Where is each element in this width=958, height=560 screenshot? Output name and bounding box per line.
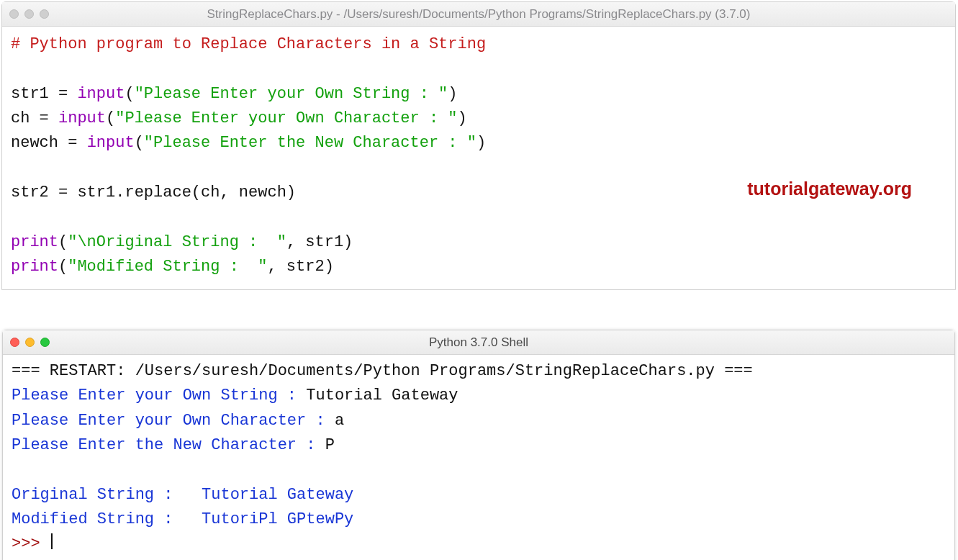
code-token: str1: [11, 85, 49, 103]
zoom-icon[interactable]: [40, 9, 49, 19]
shell-line: RESTART: /Users/suresh/Documents/Python …: [50, 362, 715, 380]
code-token: "Please Enter your Own String : ": [135, 85, 448, 103]
code-token: ): [343, 233, 353, 251]
shell-prompt-symbol: >>>: [12, 535, 50, 553]
code-token: input: [87, 134, 135, 152]
code-token: print: [11, 258, 58, 276]
code-token: input: [77, 85, 125, 103]
code-token: print: [11, 233, 58, 251]
cursor-icon: [51, 533, 53, 549]
code-token: "Please Enter the New Character : ": [144, 134, 476, 152]
code-comment: # Python program to Replace Characters i…: [11, 35, 486, 53]
editor-titlebar[interactable]: StringReplaceChars.py - /Users/suresh/Do…: [2, 2, 955, 27]
shell-output-value: TutoriPl GPtewPy: [202, 510, 353, 528]
code-editor-area[interactable]: # Python program to Replace Characters i…: [2, 27, 955, 289]
editor-title: StringReplaceChars.py - /Users/suresh/Do…: [207, 7, 751, 22]
shell-user-input: Tutorial Gateway: [306, 387, 458, 405]
shell-output-value: Tutorial Gateway: [202, 486, 353, 504]
code-token: (: [106, 109, 115, 127]
code-token: (: [58, 258, 68, 276]
shell-line: ===: [12, 362, 50, 380]
shell-output-label: Modified String :: [12, 510, 202, 528]
shell-user-input: P: [325, 436, 335, 454]
shell-prompt-label: Please Enter the New Character :: [12, 436, 325, 454]
code-token: ): [325, 258, 334, 276]
code-token: =: [49, 184, 78, 202]
code-token: =: [58, 134, 87, 152]
code-token: ch: [11, 109, 30, 127]
code-token: input: [58, 109, 106, 127]
editor-window: StringReplaceChars.py - /Users/suresh/Do…: [1, 1, 956, 290]
shell-output-label: Original String :: [12, 486, 202, 504]
code-token: =: [30, 109, 58, 127]
code-token: ): [448, 85, 457, 103]
code-token: (: [58, 233, 68, 251]
traffic-lights-inactive: [9, 9, 49, 19]
code-token: str1.replace(ch, newch): [77, 184, 296, 202]
code-token: "Modified String : ": [68, 258, 267, 276]
code-token: ): [476, 134, 486, 152]
minimize-icon[interactable]: [24, 9, 34, 19]
shell-prompt-label: Please Enter your Own String :: [12, 387, 306, 405]
code-token: , str2: [267, 258, 324, 276]
code-token: str2: [11, 184, 49, 202]
code-token: (: [125, 85, 134, 103]
minimize-icon[interactable]: [25, 338, 35, 347]
traffic-lights-active: [10, 338, 50, 347]
code-token: , str1: [286, 233, 343, 251]
shell-user-input: a: [335, 412, 344, 430]
code-token: =: [49, 85, 78, 103]
code-token: newch: [11, 134, 58, 152]
shell-window: Python 3.7.0 Shell === RESTART: /Users/s…: [2, 330, 955, 560]
code-token: ): [458, 109, 467, 127]
code-token: (: [135, 134, 144, 152]
shell-title: Python 3.7.0 Shell: [429, 335, 528, 350]
close-icon[interactable]: [10, 338, 19, 347]
shell-prompt-label: Please Enter your Own Character :: [12, 412, 335, 430]
code-token: "Please Enter your Own Character : ": [115, 109, 457, 127]
shell-line: ===: [715, 362, 753, 380]
code-token: "\nOriginal String : ": [68, 233, 286, 251]
shell-titlebar[interactable]: Python 3.7.0 Shell: [3, 330, 954, 355]
close-icon[interactable]: [9, 9, 19, 19]
watermark-text: tutorialgateway.org: [747, 175, 912, 203]
zoom-icon[interactable]: [40, 338, 50, 347]
shell-output-area[interactable]: === RESTART: /Users/suresh/Documents/Pyt…: [3, 355, 954, 560]
